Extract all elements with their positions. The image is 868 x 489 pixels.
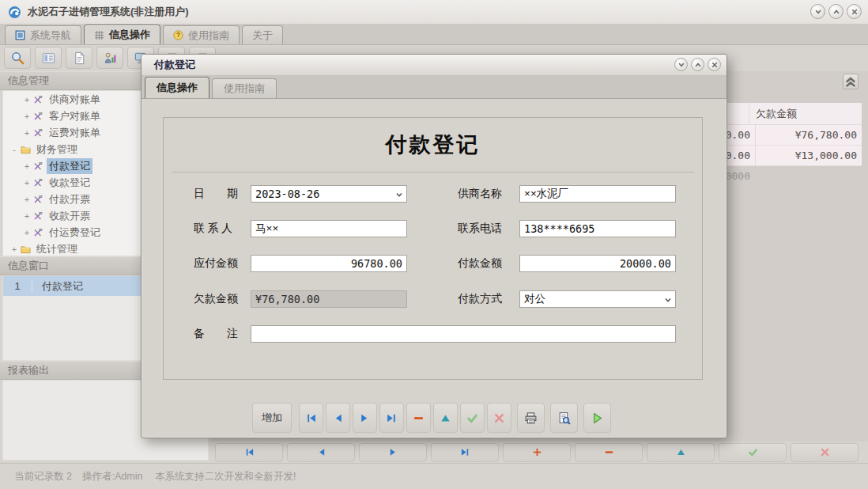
expand-toggle[interactable]: +: [24, 128, 30, 138]
tree-item-label: 收款开票: [47, 208, 92, 224]
row-index: 1: [3, 280, 32, 292]
heading-divider: [172, 172, 694, 172]
print-button[interactable]: [517, 403, 545, 433]
cancel-button[interactable]: [487, 403, 511, 433]
tab-info-operation[interactable]: 信息操作: [84, 25, 160, 44]
tab-label: 系统导航: [30, 28, 71, 43]
main-confirm-button[interactable]: [719, 443, 787, 462]
triangle-up-icon: [676, 447, 686, 457]
debt-value: ¥76,780.00: [255, 293, 319, 305]
collapse-toggle[interactable]: -: [11, 145, 17, 154]
run-button[interactable]: [583, 403, 611, 433]
expand-toggle[interactable]: +: [24, 195, 30, 204]
minus-icon: [604, 447, 614, 457]
operator-button[interactable]: [96, 47, 123, 69]
confirm-button[interactable]: [460, 403, 485, 433]
grid-icon: [94, 30, 104, 40]
form-row: 备 注: [164, 325, 702, 343]
expand-toggle[interactable]: +: [24, 95, 30, 104]
remark-field[interactable]: [251, 325, 676, 343]
contact-field[interactable]: 马××: [251, 220, 407, 237]
first-icon: [305, 412, 317, 424]
tab-about[interactable]: 关于: [242, 25, 283, 44]
titlebar: 水泥石子进销管理系统(非注册用户): [0, 0, 868, 24]
app-window: 水泥石子进销管理系统(非注册用户) 系统导航 信息操作 ? 使用指南 关于: [0, 0, 868, 489]
debt-cell: ¥76,780.00: [755, 125, 862, 145]
minimize-button[interactable]: [810, 4, 825, 19]
svg-text:?: ?: [176, 31, 180, 39]
last-button[interactable]: [379, 403, 404, 433]
tool-icon: [33, 195, 43, 204]
edit-button[interactable]: [433, 403, 458, 433]
date-label: 日 期: [194, 187, 238, 201]
tree-item-label: 付运费登记: [47, 225, 103, 241]
date-combobox[interactable]: 2023-08-26: [251, 185, 407, 203]
main-cancel-button[interactable]: [791, 443, 859, 462]
delete-button[interactable]: [406, 403, 431, 433]
list-view-button[interactable]: [35, 47, 62, 69]
dialog-title: 付款登记: [154, 58, 195, 72]
expand-toggle[interactable]: +: [24, 178, 30, 188]
main-last-button[interactable]: [431, 443, 499, 462]
expand-toggle[interactable]: +: [24, 161, 30, 171]
main-first-button[interactable]: [215, 443, 283, 462]
search-button[interactable]: [4, 47, 31, 69]
plus-icon: [532, 447, 542, 457]
phone-field[interactable]: 138****6695: [519, 220, 676, 237]
main-edit-button[interactable]: [647, 443, 715, 462]
add-button[interactable]: 增加: [252, 403, 292, 433]
main-next-button[interactable]: [359, 443, 427, 462]
date-value: 2023-08-26: [255, 188, 319, 200]
document-button[interactable]: [66, 47, 92, 69]
remark-label: 备 注: [194, 327, 238, 341]
prev-button[interactable]: [326, 403, 350, 433]
next-button[interactable]: [353, 403, 377, 433]
main-delete-button[interactable]: [575, 443, 643, 462]
tree-item-label: 付款开票: [47, 191, 92, 207]
document-icon: [72, 51, 87, 66]
dialog-titlebar: 付款登记: [142, 55, 726, 76]
method-value: 对公: [524, 292, 545, 306]
first-button[interactable]: [299, 403, 323, 433]
print-preview-button[interactable]: [550, 403, 578, 433]
collapse-panel-button[interactable]: [843, 74, 859, 89]
main-record-navigator: [211, 442, 868, 463]
dialog-tab-info-operation[interactable]: 信息操作: [145, 77, 209, 98]
expand-toggle[interactable]: +: [24, 112, 30, 121]
tool-icon: [33, 228, 43, 237]
expand-toggle[interactable]: +: [11, 244, 17, 254]
chevron-down-icon[interactable]: [664, 296, 672, 304]
tree-item-label: 统计管理: [34, 241, 80, 257]
main-insert-button[interactable]: [503, 443, 571, 462]
dialog-tab-user-guide[interactable]: 使用指南: [212, 78, 277, 98]
status-message: 本系统支持二次开发和全新开发!: [155, 470, 296, 483]
supplier-field[interactable]: ××水泥厂: [519, 185, 676, 203]
dialog-maximize-button[interactable]: [691, 58, 704, 71]
search-icon: [10, 51, 25, 66]
maximize-button[interactable]: [828, 4, 843, 19]
tab-user-guide[interactable]: ? 使用指南: [163, 25, 240, 44]
payment-field[interactable]: 20000.00: [519, 255, 676, 272]
debt-cell: ¥13,000.00: [755, 146, 862, 165]
tree-item-label: 付款登记: [47, 158, 92, 174]
supplier-label: 供商名称: [458, 187, 502, 201]
tool-icon: [33, 128, 43, 138]
tab-system-nav[interactable]: 系统导航: [5, 25, 81, 44]
debt-field: ¥76,780.00: [251, 290, 407, 308]
expand-toggle[interactable]: +: [24, 228, 30, 237]
payment-value: 20000.00: [620, 257, 671, 270]
chevron-down-icon[interactable]: [395, 191, 403, 199]
grid-header-debt[interactable]: 欠款金额: [749, 103, 862, 124]
method-combobox[interactable]: 对公: [519, 290, 676, 308]
dialog-close-button[interactable]: [708, 58, 721, 71]
supplier-value: ××水泥厂: [524, 187, 568, 201]
tree-item-label: 财务管理: [34, 142, 80, 157]
debt-label: 欠款金额: [194, 292, 238, 306]
expand-toggle[interactable]: +: [24, 211, 30, 221]
main-prev-button[interactable]: [287, 443, 355, 462]
close-button[interactable]: [847, 4, 862, 19]
tool-icon: [33, 211, 43, 221]
dialog-minimize-button[interactable]: [674, 58, 688, 71]
triangle-up-icon: [440, 412, 451, 424]
payable-field[interactable]: 96780.00: [251, 255, 407, 272]
